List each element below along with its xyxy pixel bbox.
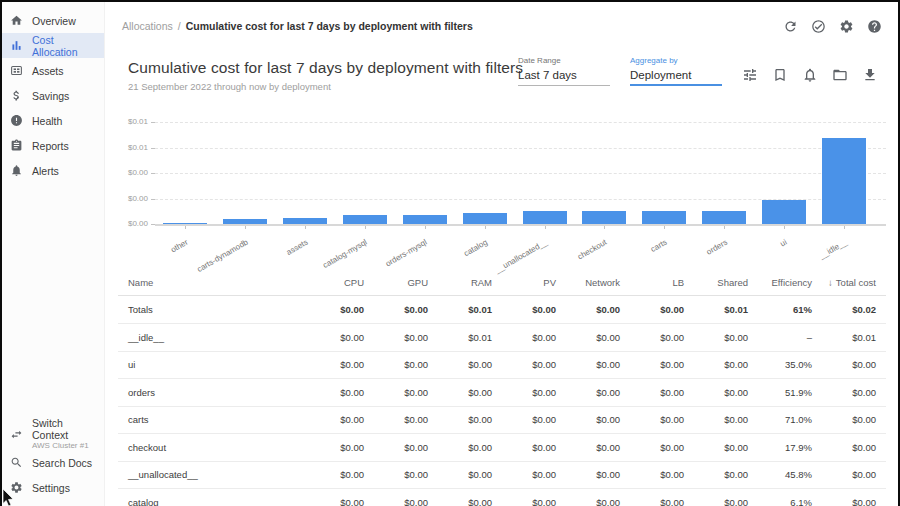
row-value-ram: $0.00 (438, 414, 502, 425)
row-value-total-cost: $0.01 (822, 332, 886, 343)
x-tick-mark (664, 226, 665, 229)
row-name: orders (118, 387, 310, 398)
row-value-pv: $0.00 (502, 304, 566, 315)
chart-bar-catalog-mysql[interactable] (343, 215, 387, 224)
chart-bar-other[interactable] (163, 223, 207, 224)
date-range-select[interactable]: Date Range Last 7 days (518, 56, 610, 86)
date-range-label: Date Range (518, 56, 610, 65)
x-tick-mark (784, 226, 785, 229)
sidebar-item-assets[interactable]: Assets (2, 58, 104, 83)
breadcrumb: Allocations / Cumulative cost for last 7… (122, 20, 473, 32)
sidebar: OverviewCost AllocationAssetsSavingsHeal… (2, 2, 105, 506)
row-value-cpu: $0.00 (310, 304, 374, 315)
x-axis-line (155, 224, 886, 226)
row-value-ram: $0.01 (438, 304, 502, 315)
row-value-gpu: $0.00 (374, 304, 438, 315)
mouse-cursor (2, 489, 16, 506)
y-tick-mark (151, 148, 155, 149)
row-name: __unallocated__ (118, 469, 310, 480)
chart-bar-catalog[interactable] (463, 213, 507, 224)
column-header-shared[interactable]: Shared (694, 277, 758, 288)
chart-bar-carts[interactable] (642, 211, 686, 224)
column-header-pv[interactable]: PV (502, 277, 566, 288)
table-row-ui[interactable]: ui$0.00$0.00$0.00$0.00$0.00$0.00$0.0035.… (118, 352, 886, 380)
chart-bar-idle[interactable] (822, 138, 866, 224)
column-header-label: PV (543, 277, 556, 288)
sidebar-item-savings[interactable]: Savings (2, 83, 104, 108)
row-value-network: $0.00 (566, 497, 630, 506)
aggregate-by-select[interactable]: Aggregate by Deployment (630, 56, 722, 86)
sidebar-item-search-docs[interactable]: Search Docs (2, 450, 104, 475)
row-value-shared: $0.00 (694, 497, 758, 506)
topbar-icons (783, 19, 882, 34)
sidebar-item-cost-allocation[interactable]: Cost Allocation (2, 33, 104, 58)
table-row-orders[interactable]: orders$0.00$0.00$0.00$0.00$0.00$0.00$0.0… (118, 379, 886, 407)
download-csv-button[interactable] (862, 67, 878, 83)
sidebar-item-settings[interactable]: Settings (2, 475, 104, 500)
row-value-pv: $0.00 (502, 332, 566, 343)
row-value-ram: $0.00 (438, 359, 502, 370)
column-header-lb[interactable]: LB (630, 277, 694, 288)
row-value-efficiency: 6.1% (758, 497, 822, 506)
table-row-totals: Totals$0.00$0.00$0.01$0.00$0.00$0.00$0.0… (118, 296, 886, 324)
date-range-value[interactable]: Last 7 days (518, 69, 610, 86)
chart-bar-unallocated[interactable] (523, 211, 567, 224)
row-value-network: $0.00 (566, 387, 630, 398)
column-header-network[interactable]: Network (566, 277, 630, 288)
column-header-cpu[interactable]: CPU (310, 277, 374, 288)
row-value-lb: $0.00 (630, 497, 694, 506)
open-report-button[interactable] (832, 67, 848, 83)
topbar: Allocations / Cumulative cost for last 7… (105, 2, 898, 50)
chart-bar-orders-mysql[interactable] (403, 215, 447, 224)
row-value-gpu: $0.00 (374, 387, 438, 398)
chart-bar-carts-dynamodb[interactable] (223, 219, 267, 224)
y-tick-mark (151, 173, 155, 174)
sidebar-item-switch-context[interactable]: Switch ContextAWS Cluster #1 (2, 418, 104, 450)
settings-button[interactable] (839, 19, 854, 34)
x-axis-label: carts (649, 238, 669, 254)
chart-bar-checkout[interactable] (582, 211, 626, 224)
sidebar-item-reports[interactable]: Reports (2, 133, 104, 158)
sidebar-item-alerts[interactable]: Alerts (2, 158, 104, 183)
status-button[interactable] (811, 19, 826, 34)
row-value-cpu: $0.00 (310, 387, 374, 398)
set-alert-button[interactable] (802, 67, 818, 83)
column-header-gpu[interactable]: GPU (374, 277, 438, 288)
table-row-carts[interactable]: carts$0.00$0.00$0.00$0.00$0.00$0.00$0.00… (118, 407, 886, 435)
row-value-total-cost: $0.00 (822, 359, 886, 370)
row-value-network: $0.00 (566, 304, 630, 315)
column-header-efficiency[interactable]: Efficiency (758, 277, 822, 288)
column-header-name[interactable]: Name (118, 277, 310, 288)
report-controls: Date Range Last 7 days Aggregate by Depl… (518, 56, 878, 86)
table-row-idle[interactable]: __idle__$0.00$0.00$0.01$0.00$0.00$0.00$0… (118, 324, 886, 352)
sidebar-item-label: Assets (32, 65, 64, 77)
row-value-cpu: $0.00 (310, 442, 374, 453)
save-report-button[interactable] (772, 67, 788, 83)
help-button[interactable] (867, 19, 882, 34)
column-header-label: LB (672, 277, 684, 288)
row-value-cpu: $0.00 (310, 497, 374, 506)
breadcrumb-section[interactable]: Allocations (122, 20, 173, 32)
report-header: Cumulative cost for last 7 days by deplo… (118, 50, 886, 114)
chart-bar-assets[interactable] (283, 218, 327, 224)
row-value-shared: $0.00 (694, 469, 758, 480)
report-title-block: Cumulative cost for last 7 days by deplo… (128, 59, 523, 92)
table-row-unallocated[interactable]: __unallocated__$0.00$0.00$0.00$0.00$0.00… (118, 462, 886, 490)
gridline (155, 148, 886, 149)
table-row-catalog[interactable]: catalog$0.00$0.00$0.00$0.00$0.00$0.00$0.… (118, 489, 886, 506)
breadcrumb-page-title: Cumulative cost for last 7 days by deplo… (186, 20, 473, 32)
sidebar-item-overview[interactable]: Overview (2, 8, 104, 33)
aggregate-by-value[interactable]: Deployment (630, 69, 722, 86)
row-name: catalog (118, 497, 310, 506)
chart-bar-ui[interactable] (762, 200, 806, 224)
chart-bar-orders[interactable] (702, 211, 746, 224)
x-tick-mark (485, 226, 486, 229)
edit-filters-button[interactable] (742, 67, 758, 83)
row-value-gpu: $0.00 (374, 332, 438, 343)
refresh-button[interactable] (783, 19, 798, 34)
column-header-ram[interactable]: RAM (438, 277, 502, 288)
table-row-checkout[interactable]: checkout$0.00$0.00$0.00$0.00$0.00$0.00$0… (118, 434, 886, 462)
page-title: Cumulative cost for last 7 days by deplo… (128, 59, 523, 77)
sidebar-item-health[interactable]: Health (2, 108, 104, 133)
column-header-total-cost[interactable]: ↓Total cost (822, 277, 886, 288)
